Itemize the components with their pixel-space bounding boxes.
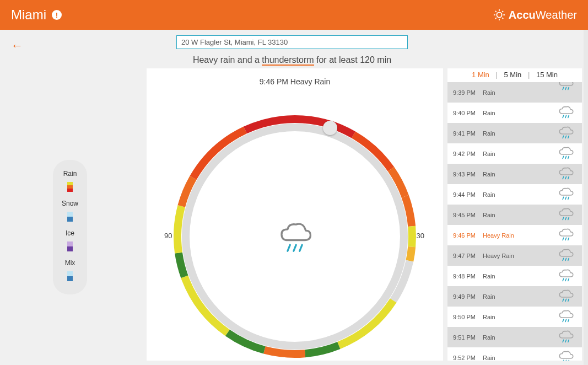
svg-line-21 (568, 136, 569, 138)
interval-tab-15min[interactable]: 15 Min (534, 71, 560, 79)
cloud-rain-icon (555, 267, 576, 287)
svg-line-48 (568, 319, 569, 321)
svg-line-47 (565, 319, 567, 321)
summary-lead: Heavy rain and a (193, 55, 262, 65)
minute-row[interactable]: 9:39 PMRain (447, 82, 582, 103)
svg-line-49 (563, 340, 564, 342)
svg-line-51 (568, 340, 569, 342)
minute-list[interactable]: 9:39 PMRain 9:40 PMRain 9:41 PMRain 9:42… (447, 82, 582, 361)
minute-row[interactable]: 9:48 PMRain (447, 266, 582, 286)
minute-row-time: 9:45 PM (453, 212, 483, 218)
minute-row[interactable]: 9:51 PMRain (447, 327, 582, 347)
cloud-rain-icon (555, 206, 576, 226)
dial-current-time: 9:46 PM (260, 77, 288, 86)
minute-row[interactable]: 9:49 PMRain (447, 286, 582, 307)
minute-row[interactable]: 9:52 PMRain (447, 347, 582, 361)
city-title: Miami (11, 7, 46, 23)
svg-line-34 (563, 238, 564, 240)
svg-line-23 (565, 156, 567, 158)
cloud-rain-icon (276, 217, 314, 258)
minute-row-condition: Rain (483, 89, 495, 96)
svg-line-29 (565, 197, 567, 199)
back-button[interactable]: ← (11, 39, 23, 53)
legend-swatch-rain (67, 182, 73, 192)
svg-line-32 (565, 217, 567, 219)
minute-row-time: 9:49 PM (453, 293, 483, 300)
cloud-rain-icon (555, 124, 576, 144)
minute-list-panel: 1 Min | 5 Min | 15 Min 9:39 PMRain 9:40 … (447, 68, 582, 361)
minute-row-condition: Rain (483, 191, 495, 198)
svg-line-42 (568, 278, 569, 281)
cloud-rain-icon (555, 287, 576, 307)
minute-row-condition: Rain (483, 314, 495, 320)
cloud-rain-icon (555, 328, 576, 348)
svg-line-43 (563, 299, 564, 301)
minute-row-time: 9:44 PM (453, 191, 483, 198)
svg-line-22 (563, 156, 564, 158)
svg-line-52 (563, 360, 564, 361)
svg-line-7 (495, 18, 497, 19)
interval-tab-1min[interactable]: 1 Min (470, 71, 492, 79)
cloud-rain-icon (555, 226, 576, 246)
svg-line-31 (563, 217, 564, 219)
minute-row[interactable]: 9:41 PMRain (447, 123, 582, 143)
svg-line-26 (565, 176, 567, 179)
interval-separator: | (493, 71, 499, 79)
minute-row[interactable]: 9:44 PMRain (447, 184, 582, 205)
minute-row-time: 9:46 PM (453, 232, 483, 239)
svg-line-44 (565, 299, 567, 301)
alert-icon[interactable]: ! (52, 10, 62, 20)
svg-line-20 (565, 136, 567, 138)
minute-row-time: 9:42 PM (453, 151, 483, 157)
minute-row[interactable]: 9:50 PMRain (447, 307, 582, 327)
svg-line-50 (565, 340, 567, 342)
svg-line-28 (563, 197, 564, 199)
svg-line-5 (495, 11, 497, 12)
svg-line-36 (568, 238, 569, 240)
minute-row-condition: Rain (483, 110, 495, 116)
minute-row[interactable]: 9:40 PMRain (447, 103, 582, 123)
minute-row-condition: Rain (483, 171, 495, 178)
scrollbar-track[interactable] (584, 30, 588, 365)
minute-row-time: 9:40 PM (453, 110, 483, 116)
minute-row-time: 9:50 PM (453, 314, 483, 320)
svg-line-25 (563, 176, 564, 179)
svg-line-33 (568, 217, 569, 219)
minute-row-condition: Rain (483, 334, 495, 341)
minutecast-panel: 9:46 PM Heavy Rain 90 30 (147, 68, 443, 361)
dial-knob[interactable] (323, 121, 337, 135)
cloud-rain-icon (555, 246, 576, 266)
minute-row-time: 9:47 PM (453, 253, 483, 259)
minute-row[interactable]: 9:42 PMRain (447, 143, 582, 164)
svg-line-45 (568, 299, 569, 301)
svg-line-46 (563, 319, 564, 321)
svg-line-30 (568, 197, 569, 199)
location-search-input[interactable] (176, 35, 408, 49)
summary-tail: for at least 120 min (314, 55, 392, 65)
cloud-rain-icon (555, 348, 576, 361)
minutecast-dial[interactable]: 90 30 (165, 107, 424, 365)
dial-current-label: 9:46 PM Heavy Rain (147, 68, 443, 86)
legend-label-ice: Ice (53, 229, 87, 237)
app-header: Miami ! AccuWeather (0, 0, 588, 30)
minute-row-time: 9:41 PM (453, 130, 483, 137)
svg-line-11 (294, 245, 296, 251)
svg-line-15 (568, 87, 569, 89)
svg-line-41 (565, 278, 567, 281)
minute-row[interactable]: 9:45 PMRain (447, 205, 582, 225)
minute-row[interactable]: 9:47 PMHeavy Rain (447, 245, 582, 266)
svg-line-8 (502, 11, 503, 12)
minute-row-time: 9:48 PM (453, 273, 483, 280)
minute-row[interactable]: 9:46 PMHeavy Rain (447, 225, 582, 245)
svg-line-17 (565, 115, 567, 117)
minute-row-time: 9:52 PM (453, 355, 483, 361)
svg-line-54 (568, 360, 569, 361)
minute-row[interactable]: 9:43 PMRain (447, 164, 582, 184)
minute-row-condition: Heavy Rain (483, 253, 514, 259)
interval-tab-5min[interactable]: 5 Min (501, 71, 524, 79)
legend-swatch-ice (67, 241, 73, 251)
cloud-rain-icon (555, 165, 576, 185)
svg-line-38 (565, 258, 567, 260)
minute-row-condition: Rain (483, 212, 495, 218)
svg-line-16 (563, 115, 564, 117)
